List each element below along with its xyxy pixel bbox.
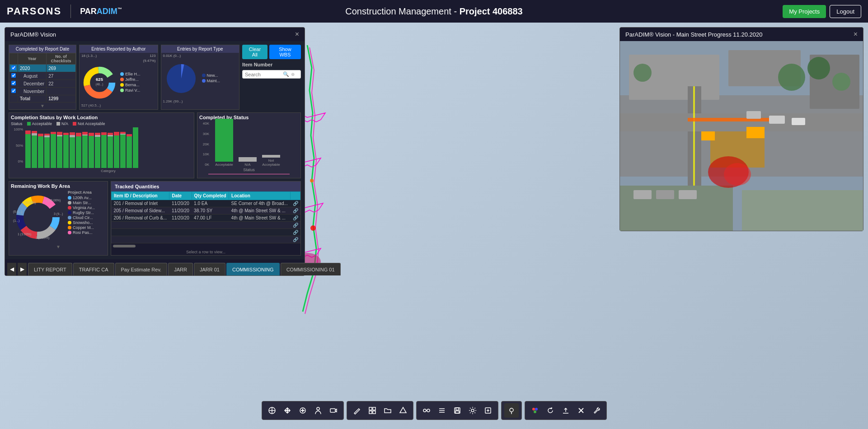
svg-text:625: 625 — [96, 77, 103, 82]
item-number-label: Item Number — [242, 62, 301, 67]
bar-acceptable: Acceptable — [215, 119, 233, 167]
logo-area: PARSONS PARADIM™ — [7, 5, 122, 18]
col-location: Location — [229, 192, 291, 200]
remaining-donut-area: 1 (3.03%) 2 (6.06%) 3 (9...) 2 3 (9.09%)… — [11, 190, 65, 244]
svg-rect-44 — [656, 190, 674, 199]
table-row: 206 / Removal of Curb &... 11/20/20 47.0… — [112, 214, 300, 222]
qty-cell: 47.00 LF — [192, 214, 229, 222]
stacked-chart-area: 100% 50% 0% — [11, 127, 192, 173]
save-tool-button[interactable] — [450, 403, 464, 418]
table-row: 201 / Removal of Inlet 11/20/20 1.0 EA S… — [112, 200, 300, 207]
draw-tool-button[interactable] — [350, 403, 364, 418]
zoom-tool-button[interactable] — [296, 403, 310, 418]
svg-point-77 — [532, 408, 535, 410]
tab-traffic-ca[interactable]: TRAFFIC CA — [73, 263, 114, 275]
show-wbs-button[interactable]: Show WBS — [269, 45, 301, 59]
bar-na: N/A — [239, 157, 257, 167]
panel-close-2[interactable]: × — [854, 30, 858, 38]
location-cell: SE Corner of 4th @ Broad... — [229, 200, 291, 207]
pan-tool-button[interactable] — [280, 403, 295, 418]
table-row: December 22 — [9, 80, 76, 88]
item-id-cell: 206 / Removal of Curb &... — [112, 214, 169, 222]
report-type-section: Entries by Report Type 0.01K (0...) New.… — [161, 45, 240, 110]
status-x-label: Status — [199, 168, 299, 172]
color-tool-button[interactable] — [528, 403, 542, 418]
shape-tool-button[interactable] — [396, 403, 410, 418]
close-tool-button[interactable] — [574, 403, 588, 418]
count-cell: 27 — [47, 72, 76, 80]
bar-stack — [95, 127, 100, 168]
date-cell: 11/20/20 — [169, 207, 192, 214]
scroll-indicator: ▼ — [9, 103, 76, 109]
svg-text:2 (6.06%): 2 (6.06%) — [47, 199, 61, 202]
grid-tool-button[interactable] — [365, 403, 380, 418]
tab-next-button[interactable]: ▶ — [18, 263, 27, 275]
table-scrollbar[interactable] — [111, 243, 300, 249]
tab-jarr[interactable]: JARR — [168, 263, 193, 275]
link-cell[interactable]: 🔗 — [291, 229, 300, 236]
tab-commissioning[interactable]: COMMISSIONING — [226, 263, 280, 275]
link-cell[interactable]: 🔗 — [291, 236, 300, 243]
link-cell[interactable]: 🔗 — [291, 207, 300, 214]
folder-tool-button[interactable] — [380, 403, 395, 418]
select-tool-button[interactable] — [265, 403, 279, 418]
svg-rect-43 — [633, 190, 652, 199]
legend-item: 120th Av... — [68, 196, 95, 200]
svg-text:(6.0...): (6.0...) — [13, 210, 22, 214]
report-type-pie — [163, 61, 199, 97]
my-projects-button[interactable]: My Projects — [783, 5, 826, 18]
vision-panel-2: ParADIM® Vision - Main Street Progress 1… — [619, 27, 863, 231]
tab-jarr-01[interactable]: JARR 01 — [194, 263, 225, 275]
completed-status-title: Completed by Status — [199, 115, 299, 120]
x-axis-label: Category — [24, 169, 192, 173]
bar-stack — [82, 127, 88, 168]
qty-cell — [192, 222, 229, 229]
person-tool-button[interactable] — [311, 403, 325, 418]
bar-label: Acceptable — [215, 163, 233, 167]
logout-button[interactable]: Logout — [830, 5, 861, 18]
video-tool-button[interactable] — [326, 403, 341, 418]
link-cell[interactable]: 🔗 — [291, 222, 300, 229]
paradim-logo: PARADIM™ — [80, 7, 122, 16]
author-section: Entries Reported by Author 18 (1.3...) 1… — [79, 45, 158, 110]
item-id-cell — [112, 222, 169, 229]
upload-tool-button[interactable] — [558, 403, 573, 418]
export-tool-button[interactable] — [481, 403, 495, 418]
svg-point-56 — [317, 407, 319, 410]
tab-prev-button[interactable]: ◀ — [7, 263, 16, 275]
checkbox-cell[interactable] — [9, 65, 18, 72]
table-bottom-hint: Select a row to view... — [111, 249, 300, 255]
wrench-tool-button[interactable] — [589, 403, 604, 418]
link-tool-button[interactable] — [419, 403, 434, 418]
pin-tool-button[interactable] — [504, 403, 519, 418]
bar-fill — [262, 155, 280, 158]
panel-close-1[interactable]: × — [295, 30, 299, 38]
refresh-tool-button[interactable] — [543, 403, 558, 418]
checkbox-cell[interactable] — [9, 80, 18, 88]
bar-label: N/A — [244, 163, 250, 167]
year-cell: August — [18, 72, 47, 80]
header-actions: My Projects Logout — [783, 5, 861, 18]
settings-tool-button[interactable] — [465, 403, 480, 418]
tab-lity-report[interactable]: LITY REPORT — [28, 263, 72, 275]
qty-table: Item ID / Description Date Qty Completed… — [111, 191, 300, 243]
pie-container: New... Maint... — [161, 59, 239, 98]
legend-item: Berna... — [120, 83, 141, 87]
svg-rect-61 — [373, 411, 375, 414]
svg-point-40 — [633, 64, 652, 82]
bar-stack — [25, 127, 31, 168]
checkbox-cell[interactable] — [9, 72, 18, 80]
bar-stack — [120, 127, 126, 168]
tab-pay-estimate[interactable]: Pay Estimate Rev. — [115, 263, 168, 275]
link-cell[interactable]: 🔗 — [291, 200, 300, 207]
tab-commissioning-01[interactable]: COMMISSIONING 01 — [281, 263, 341, 275]
legend-item: Virginia Av... — [68, 205, 95, 210]
layers-tool-button[interactable] — [435, 403, 449, 418]
svg-point-79 — [534, 410, 536, 413]
item-search-input[interactable] — [245, 72, 281, 77]
checkbox-cell[interactable] — [9, 88, 18, 95]
qty-cell: 1.0 EA — [192, 200, 229, 207]
col-count: No. of Checklists — [47, 53, 76, 65]
clear-all-button[interactable]: Clear All — [242, 45, 267, 59]
link-cell[interactable]: 🔗 — [291, 214, 300, 222]
